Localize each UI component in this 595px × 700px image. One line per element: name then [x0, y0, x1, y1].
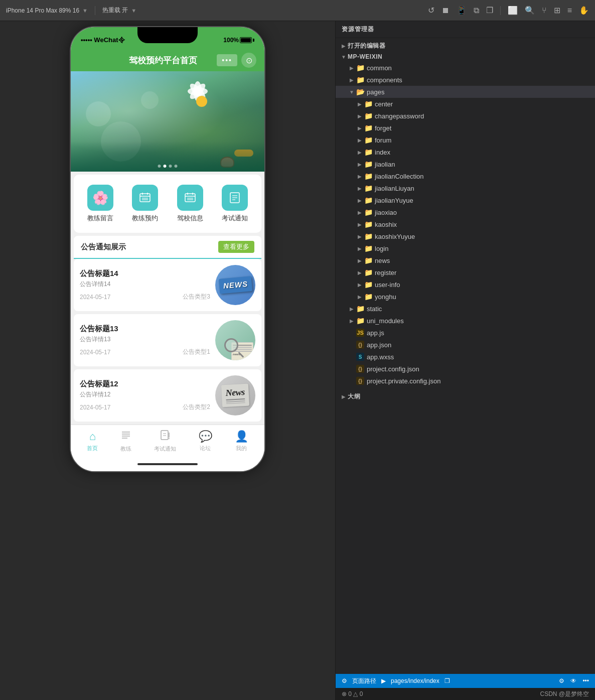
folder-components[interactable]: ▶ 📁 components [336, 74, 595, 86]
folder-jiaolian[interactable]: ▶ 📁 jiaolian [336, 158, 595, 170]
project-private-label: project.private.config.json [367, 377, 440, 385]
folder-jiaolianLiuyan[interactable]: ▶ 📁 jiaolianLiuyan [336, 182, 595, 194]
folder-static[interactable]: ▶ 📁 static [336, 303, 595, 315]
bokeh-3 [141, 91, 159, 109]
grid-icon[interactable]: ⊞ [554, 6, 560, 15]
coach-message-icon: 🌸 [87, 185, 113, 211]
appwxss-icon: S [356, 352, 365, 361]
jiaoxiao-folder-icon: 📁 [364, 208, 373, 217]
search-icon[interactable]: 🔍 [525, 6, 535, 15]
banner[interactable] [71, 71, 264, 172]
file-appjson[interactable]: ▶ {} app.json [336, 339, 595, 351]
tab-home[interactable]: ⌂ 首页 [82, 428, 103, 455]
grid-menu: 🌸 教练留言 [74, 175, 261, 233]
stop-icon[interactable]: ⏹ [441, 6, 450, 15]
toolbar-icons: ↺ ⏹ 📱 ⧉ ❐ ⬜ 🔍 ⑂ ⊞ ≡ ✋ [428, 6, 589, 15]
file-tree[interactable]: ▶ 打开的编辑器 ▼ MP-WEIXIN ▶ 📁 common ▶ 📁 [336, 38, 595, 674]
folder-user-info[interactable]: ▶ 📁 user-info [336, 278, 595, 291]
json-file-icon: {} [356, 341, 364, 349]
section-open-editors[interactable]: ▶ 打开的编辑器 [336, 40, 595, 52]
folder-center[interactable]: ▶ 📁 center [336, 98, 595, 110]
static-folder-icon: 📁 [356, 304, 365, 313]
status-eye-icon[interactable]: 👁 [570, 677, 576, 684]
dot-2 [164, 165, 167, 168]
index-label: index [375, 149, 390, 156]
author-label: CSDN @是梦终空 [540, 690, 589, 698]
flower-decoration [184, 84, 219, 119]
folder-jiaoxiao[interactable]: ▶ 📁 jiaoxiao [336, 206, 595, 218]
notice-item-13[interactable]: 公告标题13 公告详情13 2024-05-17 公告类型1 [74, 314, 261, 366]
phone-icon[interactable]: 📱 [457, 6, 467, 15]
menu-item-coach-message[interactable]: 🌸 教练留言 [78, 180, 123, 228]
news-arrow: ▶ [356, 258, 364, 263]
folder-register[interactable]: ▶ 📁 register [336, 266, 595, 278]
tab-exam[interactable]: 考试通知 [149, 427, 181, 455]
components-arrow: ▶ [348, 77, 356, 83]
common-label: common [367, 64, 392, 72]
mp-weixin-label: MP-WEIXIN [348, 53, 382, 60]
folder-news[interactable]: ▶ 📁 news [336, 254, 595, 266]
home-icon: ⌂ [89, 430, 96, 443]
refresh-icon[interactable]: ↺ [428, 6, 434, 15]
section-mp-weixin[interactable]: ▼ MP-WEIXIN [336, 52, 595, 62]
file-project-config[interactable]: ▶ {} project.config.json [336, 363, 595, 375]
kaoshix-arrow: ▶ [356, 222, 364, 227]
dot-3 [169, 165, 172, 168]
section-outline[interactable]: ▶ 大纲 [336, 391, 595, 402]
folder-kaoshixYuyue[interactable]: ▶ 📁 kaoshixYuyue [336, 230, 595, 242]
file-appwxss[interactable]: ▶ S app.wxss [336, 351, 595, 363]
tab-forum[interactable]: 💬 论坛 [194, 428, 217, 455]
branch-icon[interactable]: ⑂ [542, 6, 547, 15]
status-more-icon[interactable]: ••• [582, 677, 589, 684]
nav-more-button[interactable]: ••• [217, 54, 237, 66]
folder-common[interactable]: ▶ 📁 common [336, 62, 595, 74]
jiaolianLiuyan-arrow: ▶ [356, 186, 364, 191]
notice-item-12[interactable]: 公告标题12 公告详情12 2024-05-17 公告类型2 [74, 369, 261, 422]
outline-label: 大纲 [348, 392, 360, 401]
notice-item-14[interactable]: 公告标题14 公告详情14 2024-05-17 公告类型3 [74, 259, 261, 311]
folder-yonghu[interactable]: ▶ 📁 yonghu [336, 291, 595, 303]
coach-icon [120, 430, 131, 444]
folder-jiaolianCollection[interactable]: ▶ 📁 jiaolianCollection [336, 170, 595, 182]
dual-icon[interactable]: ⧉ [474, 6, 479, 15]
bokeh-1 [86, 101, 111, 126]
json-file-icon2: {} [356, 365, 364, 373]
project-private-icon: {} [356, 376, 365, 385]
folder-login[interactable]: ▶ 📁 login [336, 242, 595, 254]
file-project-private-config[interactable]: ▶ {} project.private.config.json [336, 375, 595, 387]
register-label: register [375, 269, 396, 276]
jiaolian-label: jiaolian [375, 161, 395, 168]
folder-index[interactable]: ▶ 📁 index [336, 146, 595, 158]
menu-item-coach-booking[interactable]: 教练预约 [123, 180, 168, 228]
hand-icon[interactable]: ✋ [579, 6, 589, 15]
section-arrow: ▶ [340, 43, 348, 49]
window-icon[interactable]: ❐ [486, 6, 493, 15]
login-label: login [375, 245, 388, 252]
exam-icon [160, 430, 171, 444]
tab-mine[interactable]: 👤 我的 [230, 428, 253, 455]
menu-item-exam-notice[interactable]: 考试通知 [213, 180, 258, 228]
menu-icon[interactable]: ≡ [567, 6, 572, 15]
folder-pages[interactable]: ▼ 📂 pages [336, 86, 595, 98]
notice-more-button[interactable]: 查看更多 [218, 241, 254, 253]
status-copy-icon[interactable]: ❐ [444, 677, 450, 684]
folder-forum[interactable]: ▶ 📁 forum [336, 134, 595, 146]
folder-uni-modules[interactable]: ▶ 📁 uni_modules [336, 315, 595, 327]
menu-item-school-info[interactable]: 驾校信息 [168, 180, 213, 228]
battery-percent: 100% [223, 37, 239, 44]
status-settings-icon[interactable]: ⚙ [559, 677, 564, 684]
folder-changepassword[interactable]: ▶ 📁 changepassword [336, 110, 595, 122]
tab-coach[interactable]: 教练 [115, 427, 136, 455]
layout-icon[interactable]: ⬜ [508, 6, 518, 15]
error-count: ⊗ 0 △ 0 [342, 690, 363, 697]
nav-camera-button[interactable]: ⊙ [241, 53, 256, 68]
device-arrow: ▼ [82, 8, 88, 14]
news3-text: News [225, 387, 245, 398]
folder-jiaolianYuyue[interactable]: ▶ 📁 jiaolianYuyue [336, 194, 595, 206]
folder-kaoshix[interactable]: ▶ 📁 kaoshix [336, 218, 595, 230]
file-appjs[interactable]: ▶ JS app.js [336, 327, 595, 339]
hotreload-arrow: ▼ [131, 8, 136, 14]
folder-forget[interactable]: ▶ 📁 forget [336, 122, 595, 134]
banner-dots [158, 165, 178, 168]
phone-frame: ••••• WeChat令 100% 驾校预约平台首页 ••• ⊙ [70, 26, 265, 472]
